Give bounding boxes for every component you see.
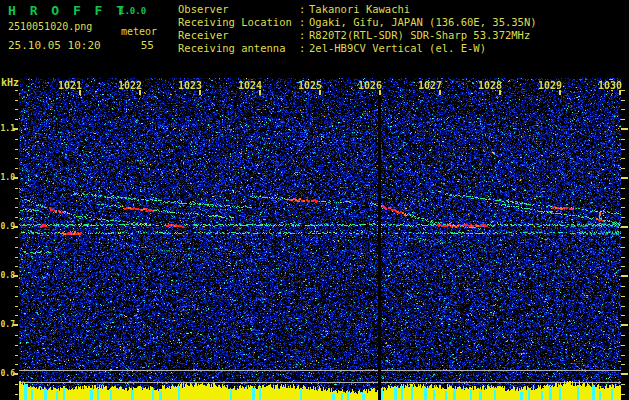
station-info: Observer : Takanori Kawachi Receiving Lo… <box>178 3 628 55</box>
freq-minor-tick <box>15 237 18 238</box>
info-separator: : <box>299 16 309 29</box>
freq-minor-tick <box>15 306 18 307</box>
freq-minor-tick <box>621 119 625 120</box>
time-tick <box>619 90 621 95</box>
freq-minor-tick <box>621 257 625 258</box>
info-separator: : <box>299 29 309 42</box>
freq-minor-tick <box>621 139 625 140</box>
freq-minor-tick <box>621 384 625 385</box>
info-label: Receiver <box>178 29 299 42</box>
info-row-observer: Observer : Takanori Kawachi <box>178 3 628 16</box>
info-value: Takanori Kawachi <box>309 3 410 16</box>
freq-minor-tick <box>621 149 625 150</box>
freq-minor-tick <box>15 188 18 189</box>
datetime-label: 25.10.05 10:20 <box>8 39 101 52</box>
freq-minor-tick <box>15 296 18 297</box>
freq-minor-tick <box>621 247 625 248</box>
freq-minor-tick <box>621 237 625 238</box>
freq-minor-tick <box>621 345 625 346</box>
freq-minor-tick <box>15 149 18 150</box>
app-title: H R O F F T <box>8 3 127 18</box>
time-tick <box>439 90 441 95</box>
freq-axis-unit: kHz <box>1 77 19 88</box>
freq-minor-tick <box>15 109 18 110</box>
freq-minor-tick <box>621 286 625 287</box>
freq-minor-tick <box>621 394 625 395</box>
freq-minor-tick <box>621 217 625 218</box>
freq-minor-tick <box>15 119 18 120</box>
freq-minor-tick <box>15 90 18 91</box>
freq-minor-tick <box>15 345 18 346</box>
freq-minor-tick <box>15 315 18 316</box>
info-separator: : <box>299 42 309 55</box>
echo-count: 55 <box>130 39 154 52</box>
info-label: Observer <box>178 3 299 16</box>
info-separator: : <box>299 3 309 16</box>
time-tick <box>79 90 81 95</box>
info-label: Receiving antenna <box>178 42 299 55</box>
freq-minor-tick <box>621 158 625 159</box>
freq-minor-tick <box>621 296 625 297</box>
freq-major-tick <box>621 275 628 277</box>
mode-label: meteor <box>121 26 157 37</box>
freq-major-tick <box>621 128 628 130</box>
spectrogram-canvas <box>19 78 621 400</box>
freq-minor-tick <box>15 355 18 356</box>
freq-minor-tick <box>15 394 18 395</box>
freq-major-tick <box>621 177 628 179</box>
freq-minor-tick <box>15 207 18 208</box>
time-tick <box>199 90 201 95</box>
freq-minor-tick <box>15 158 18 159</box>
freq-minor-tick <box>621 306 625 307</box>
info-value: R820T2(RTL-SDR) SDR-Sharp 53.372MHz <box>309 29 530 42</box>
freq-minor-tick <box>15 168 18 169</box>
time-tick <box>259 90 261 95</box>
freq-minor-tick <box>621 315 625 316</box>
freq-minor-tick <box>15 384 18 385</box>
freq-major-tick <box>621 324 628 326</box>
freq-minor-tick <box>15 257 18 258</box>
freq-tick-label: 0.6 <box>0 369 15 378</box>
freq-minor-tick <box>621 109 625 110</box>
info-value: Ogaki, Gifu, JAPAN (136.60E, 35.35N) <box>309 16 537 29</box>
freq-minor-tick <box>15 364 18 365</box>
freq-minor-tick <box>15 286 18 287</box>
freq-minor-tick <box>621 198 625 199</box>
app-version: 1.0.0 <box>119 6 146 16</box>
freq-minor-tick <box>621 266 625 267</box>
freq-tick-label: 1.1 <box>0 124 15 133</box>
freq-minor-tick <box>621 168 625 169</box>
freq-minor-tick <box>15 217 18 218</box>
time-tick <box>139 90 141 95</box>
time-tick <box>319 90 321 95</box>
freq-minor-tick <box>621 207 625 208</box>
time-tick <box>559 90 561 95</box>
freq-minor-tick <box>15 198 18 199</box>
freq-minor-tick <box>621 364 625 365</box>
freq-minor-tick <box>15 266 18 267</box>
info-row-location: Receiving Location : Ogaki, Gifu, JAPAN … <box>178 16 628 29</box>
freq-minor-tick <box>621 100 625 101</box>
freq-minor-tick <box>15 139 18 140</box>
info-row-receiver: Receiver : R820T2(RTL-SDR) SDR-Sharp 53.… <box>178 29 628 42</box>
freq-tick-label: 0.7 <box>0 320 15 329</box>
hrofft-window: H R O F F T 1.0.0 2510051020.png meteor … <box>0 0 629 400</box>
time-tick <box>499 90 501 95</box>
info-row-antenna: Receiving antenna : 2el-HB9CV Vertical (… <box>178 42 628 55</box>
time-tick <box>379 90 381 95</box>
freq-major-tick <box>621 373 628 375</box>
freq-minor-tick <box>15 100 18 101</box>
freq-tick-label: 1.0 <box>0 173 15 182</box>
freq-tick-label: 0.9 <box>0 222 15 231</box>
freq-tick-label: 0.8 <box>0 271 15 280</box>
freq-minor-tick <box>621 355 625 356</box>
output-filename: 2510051020.png <box>8 21 92 32</box>
freq-major-tick <box>621 226 628 228</box>
info-value: 2el-HB9CV Vertical (el. E-W) <box>309 42 486 55</box>
freq-minor-tick <box>621 335 625 336</box>
freq-minor-tick <box>15 247 18 248</box>
info-label: Receiving Location <box>178 16 299 29</box>
freq-minor-tick <box>15 335 18 336</box>
freq-minor-tick <box>621 188 625 189</box>
